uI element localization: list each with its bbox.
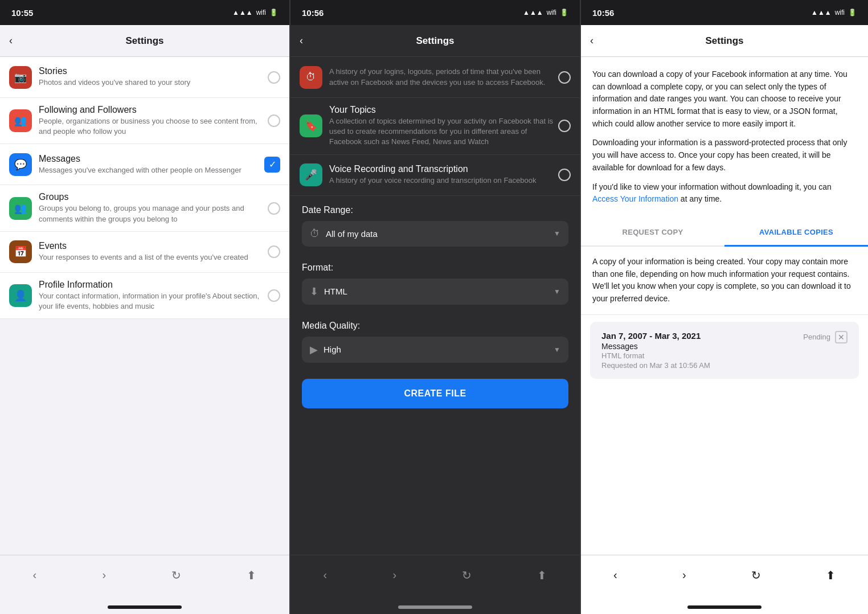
logins-text: A history of your logins, logouts, perio… [329,67,558,87]
info-text-suffix: at any time. [678,194,722,203]
voice-radio[interactable] [558,169,571,181]
settings-item-groups[interactable]: 👥 Groups Groups you belong to, groups yo… [0,185,289,231]
messages-text: Messages Messages you've exchanged with … [39,154,264,175]
home-indicator-1 [108,605,182,609]
copy-entry-requested: Requested on Mar 3 at 10:56 AM [601,361,710,370]
pending-badge: Pending [803,333,830,341]
back-button-1[interactable]: ‹ [9,35,32,47]
signal-icon-3: ▲▲▲ [811,9,832,17]
nav-refresh-btn-1[interactable]: ↻ [162,564,190,587]
settings-item-logins[interactable]: ⏱ A history of your logins, logouts, per… [290,57,580,98]
nav-forward-btn-1[interactable]: › [93,564,115,586]
tab-request-copy[interactable]: REQUEST COPY [581,219,724,247]
profile-icon: 👤 [9,284,32,307]
events-subtitle: Your responses to events and a list of t… [39,252,268,263]
format-field[interactable]: ⬇ HTML ▼ [302,279,568,305]
tab-bar: REQUEST COPY AVAILABLE COPIES [581,219,868,247]
back-button-3[interactable]: ‹ [590,35,613,47]
tab-available-copies[interactable]: AVAILABLE COPIES [724,219,868,247]
settings-item-messages[interactable]: 💬 Messages Messages you've exchanged wit… [0,144,289,185]
status-icons-2: ▲▲▲ wifi 🔋 [523,9,568,17]
status-icons-1: ▲▲▲ wifi 🔋 [232,9,278,17]
settings-item-events[interactable]: 📅 Events Your responses to events and a … [0,232,289,273]
signal-icon: ▲▲▲ [232,9,253,17]
stories-radio[interactable] [268,71,280,84]
quality-chevron-icon: ▼ [554,346,560,354]
nav-share-btn-1[interactable]: ⬆ [238,564,265,587]
date-range-section: Date Range: ⏱ All of my data ▼ [290,196,580,253]
topics-subtitle: A collection of topics determined by you… [329,116,558,148]
wifi-icon: wifi [256,9,266,17]
groups-text: Groups Groups you belong to, groups you … [39,192,268,224]
nav-back-btn-2[interactable]: ‹ [314,564,337,586]
format-section: Format: ⬇ HTML ▼ [290,253,580,312]
copy-info-content: A copy of your information is being crea… [592,257,851,303]
nav-share-btn-3[interactable]: ⬆ [817,564,845,587]
events-radio[interactable] [268,245,280,258]
stories-text: Stories Photos and videos you've shared … [39,66,268,88]
following-text: Following and Followers People, organiza… [39,105,268,137]
panel-2: 10:56 ▲▲▲ wifi 🔋 ‹ Settings ⏱ A history … [290,0,580,614]
nav-forward-btn-2[interactable]: › [383,564,406,586]
create-file-button[interactable]: CREATE FILE [302,379,568,408]
nav-back-btn-1[interactable]: ‹ [24,564,46,586]
nav-share-btn-2[interactable]: ⬆ [528,564,556,587]
messages-subtitle: Messages you've exchanged with other peo… [39,165,264,175]
settings-item-stories[interactable]: 📷 Stories Photos and videos you've share… [0,57,289,98]
quality-field[interactable]: ▶ High ▼ [302,337,568,363]
create-file-label: CREATE FILE [404,388,466,399]
topics-radio[interactable] [558,120,571,132]
date-range-label: Date Range: [302,205,568,215]
profile-radio[interactable] [268,289,280,302]
nav-back-btn-3[interactable]: ‹ [604,564,627,586]
settings-item-voice[interactable]: 🎤 Voice Recording and Transcription A hi… [290,155,580,196]
logins-radio[interactable] [558,71,571,84]
battery-icon-2: 🔋 [560,9,568,17]
quality-label: Media Quality: [302,321,568,331]
copy-entry-date: Jan 7, 2007 - Mar 3, 2021 [601,331,710,341]
nav-bar-3: ‹ Settings [581,25,868,57]
copy-entry-actions: Pending ✕ [803,331,847,343]
nav-bar-1: ‹ Settings [0,25,289,57]
messages-check[interactable]: ✓ [264,157,280,173]
following-radio[interactable] [268,114,280,127]
status-bar-2: 10:56 ▲▲▲ wifi 🔋 [290,0,580,25]
nav-title-1: Settings [32,35,257,47]
topics-text: Your Topics A collection of topics deter… [329,105,558,148]
topics-title: Your Topics [329,105,558,115]
profile-subtitle: Your contact information, information in… [39,291,268,312]
tab-available-label: AVAILABLE COPIES [759,228,833,236]
settings-item-following[interactable]: 👥 Following and Followers People, organi… [0,98,289,144]
events-icon: 📅 [9,240,32,263]
following-icon: 👥 [9,109,32,132]
clock-icon: ⏱ [310,228,320,240]
info-para-2: Downloading your information is a passwo… [592,137,857,174]
info-para-3: If you'd like to view your information w… [592,181,857,206]
status-time-2: 10:56 [302,8,324,18]
nav-forward-btn-3[interactable]: › [673,564,695,586]
voice-icon: 🎤 [300,163,322,186]
events-text: Events Your responses to events and a li… [39,241,268,263]
close-button[interactable]: ✕ [835,331,847,343]
nav-refresh-btn-3[interactable]: ↻ [742,564,770,587]
settings-item-topics[interactable]: 🔖 Your Topics A collection of topics det… [290,98,580,155]
home-indicator-2 [398,605,472,609]
settings-item-profile[interactable]: 👤 Profile Information Your contact infor… [0,273,289,319]
content-spacer [581,386,868,555]
access-info-link[interactable]: Access Your Information [592,194,678,203]
signal-icon-2: ▲▲▲ [523,9,543,17]
voice-title: Voice Recording and Transcription [329,164,558,174]
voice-text: Voice Recording and Transcription A hist… [329,164,558,186]
date-range-field[interactable]: ⏱ All of my data ▼ [302,221,568,247]
nav-refresh-btn-2[interactable]: ↻ [453,564,481,587]
info-text-block: You can download a copy of your Facebook… [581,57,868,219]
copy-info-text: A copy of your information is being crea… [581,247,868,315]
quality-section: Media Quality: ▶ High ▼ [290,312,580,370]
battery-icon: 🔋 [269,9,278,17]
tab-request-label: REQUEST COPY [623,228,683,236]
messages-title: Messages [39,154,264,164]
groups-radio[interactable] [268,202,280,215]
copy-entry-details: Jan 7, 2007 - Mar 3, 2021 Messages HTML … [601,331,710,370]
wifi-icon-2: wifi [547,9,556,17]
back-button-2[interactable]: ‹ [300,35,322,47]
